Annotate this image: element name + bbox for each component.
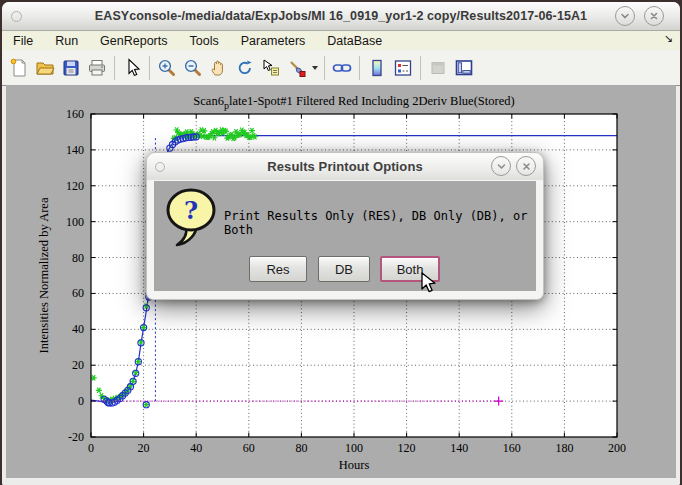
menu-item-file[interactable]: File <box>2 33 44 49</box>
svg-text:20: 20 <box>72 358 84 372</box>
svg-text:-20: -20 <box>68 430 84 444</box>
svg-text:80: 80 <box>295 441 307 455</box>
svg-text:120: 120 <box>66 179 84 193</box>
svg-text:60: 60 <box>72 286 84 300</box>
svg-text:40: 40 <box>72 322 84 336</box>
svg-text:140: 140 <box>450 441 468 455</box>
insert-colorbar-icon[interactable] <box>364 55 390 81</box>
edit-plot-pointer-icon[interactable] <box>119 55 145 81</box>
toolbar <box>2 50 680 86</box>
dialog-button-row: Res DB Both <box>154 256 536 286</box>
svg-text:160: 160 <box>503 441 521 455</box>
svg-text:40: 40 <box>190 441 202 455</box>
data-cursor-icon[interactable] <box>258 55 284 81</box>
toolbar-separator <box>324 56 325 80</box>
svg-text:20: 20 <box>138 441 150 455</box>
toolbar-separator <box>149 56 150 80</box>
save-figure-icon[interactable] <box>58 55 84 81</box>
svg-text:100: 100 <box>66 215 84 229</box>
menu-overflow-arrow-icon[interactable]: ↘ <box>664 32 673 45</box>
dialog-message: Print Results Only (RES), DB Only (DB), … <box>224 209 528 237</box>
pan-hand-icon[interactable] <box>206 55 232 81</box>
dialog-title: Results Printout Options <box>147 159 543 174</box>
link-plot-icon[interactable] <box>329 55 355 81</box>
menu-item-tools[interactable]: Tools <box>179 33 230 49</box>
hide-plot-tools-icon <box>425 55 451 81</box>
close-button[interactable] <box>644 6 664 26</box>
menu-item-database[interactable]: DataBase <box>316 33 393 49</box>
brush-dropdown-caret[interactable] <box>310 55 320 81</box>
svg-text:Hours: Hours <box>339 458 370 472</box>
dialog-minimize-chevron-button[interactable] <box>491 156 511 176</box>
question-bubble-icon: ? <box>164 187 220 253</box>
window-titlebar: EASYconsole-/media/data/ExpJobs/MI 16_09… <box>2 2 680 31</box>
chevron-down-icon <box>494 159 509 174</box>
menu-item-parameters[interactable]: Parameters <box>230 33 317 49</box>
svg-text:180: 180 <box>555 441 573 455</box>
svg-text:200: 200 <box>608 441 626 455</box>
db-button[interactable]: DB <box>318 256 370 282</box>
close-icon <box>646 8 662 24</box>
res-button[interactable]: Res <box>249 256 307 282</box>
chevron-down-icon <box>617 8 633 24</box>
print-figure-icon[interactable] <box>84 55 110 81</box>
minimize-chevron-button[interactable] <box>615 6 635 26</box>
status-strip <box>2 478 680 485</box>
dialog-content: ? Print Results Only (RES), DB Only (DB)… <box>154 181 536 291</box>
dialog-close-button[interactable] <box>516 156 536 176</box>
zoom-in-icon[interactable] <box>154 55 180 81</box>
svg-text:140: 140 <box>66 143 84 157</box>
svg-text:120: 120 <box>398 441 416 455</box>
window-title: EASYconsole-/media/data/ExpJobs/MI 16_09… <box>2 9 680 23</box>
svg-text:Scan6plate1-Spot#1 Filtered Re: Scan6plate1-Spot#1 Filtered Red Includin… <box>193 94 514 111</box>
menubar: FileRunGenReportsToolsParametersDataBase… <box>2 31 680 50</box>
menu-item-genreports[interactable]: GenReports <box>89 33 178 49</box>
easyconsole-window: EASYconsole-/media/data/ExpJobs/MI 16_09… <box>2 2 680 485</box>
svg-text:80: 80 <box>72 251 84 265</box>
toolbar-separator <box>114 56 115 80</box>
close-icon <box>519 159 534 174</box>
rotate-3d-icon[interactable] <box>232 55 258 81</box>
both-button[interactable]: Both <box>380 256 440 282</box>
dialog-titlebar: Results Printout Options <box>147 153 543 180</box>
svg-text:?: ? <box>184 196 198 225</box>
zoom-out-icon[interactable] <box>180 55 206 81</box>
show-plot-tools-icon[interactable] <box>451 55 477 81</box>
svg-text:0: 0 <box>78 394 84 408</box>
results-printout-dialog: Results Printout Options ? Print Results… <box>146 152 544 300</box>
svg-text:100: 100 <box>345 441 363 455</box>
insert-legend-icon[interactable] <box>390 55 416 81</box>
brush-data-icon[interactable] <box>284 55 310 81</box>
svg-text:60: 60 <box>243 441 255 455</box>
toolbar-separator <box>359 56 360 80</box>
svg-text:160: 160 <box>66 107 84 121</box>
menu-item-run[interactable]: Run <box>44 33 89 49</box>
new-figure-icon[interactable] <box>6 55 32 81</box>
svg-text:Intensities Normalized by Area: Intensities Normalized by Area <box>37 197 51 353</box>
open-file-icon[interactable] <box>32 55 58 81</box>
toolbar-separator <box>420 56 421 80</box>
svg-text:0: 0 <box>88 441 94 455</box>
